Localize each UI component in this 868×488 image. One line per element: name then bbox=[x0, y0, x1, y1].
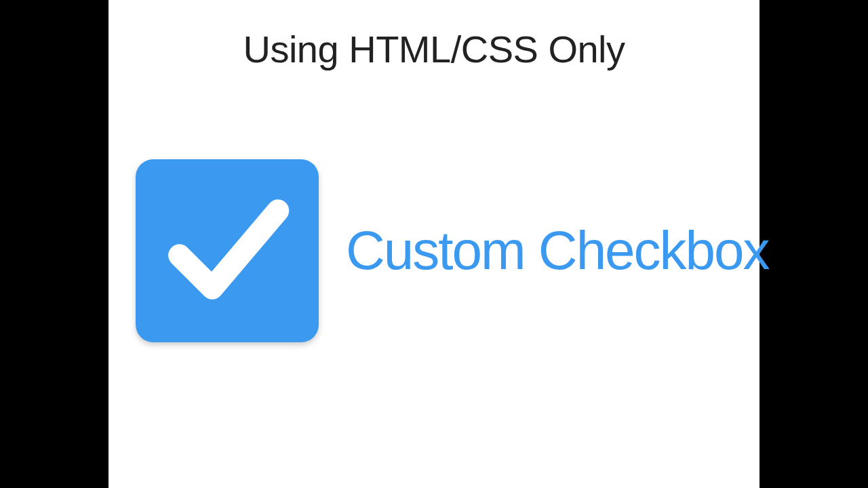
page-subtitle: Using HTML/CSS Only bbox=[108, 27, 760, 71]
main-row: Custom Checkbox bbox=[136, 159, 746, 342]
main-title: Custom Checkbox bbox=[346, 220, 769, 282]
checkbox-square bbox=[136, 159, 319, 342]
content-area: Using HTML/CSS Only Custom Checkbox bbox=[108, 0, 760, 488]
checkmark-icon bbox=[153, 175, 302, 327]
